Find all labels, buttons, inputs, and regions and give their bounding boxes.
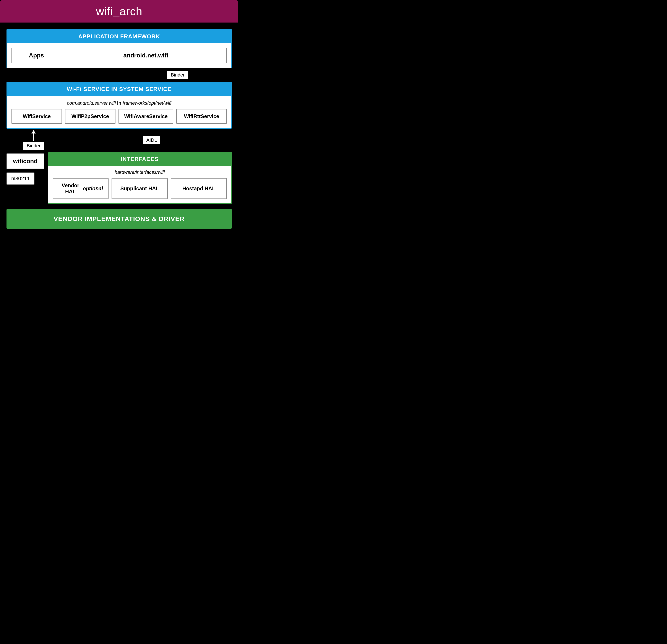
- interfaces-header: INTERFACES: [48, 152, 231, 166]
- app-framework-body: Apps android.net.wifi: [7, 43, 231, 68]
- interfaces-row: wificond nl80211 INTERFACES hardware/int…: [6, 152, 232, 204]
- binder-top-label: Binder: [167, 70, 189, 80]
- wifi-subtitle-italic1: com.android.server.wifi: [67, 100, 116, 106]
- wifi-service-body: com.android.server.wifi in frameworks/op…: [7, 96, 231, 128]
- wificond-box: wificond: [6, 154, 44, 169]
- wifi-service-section: Wi-Fi SERVICE IN SYSTEM SERVICE com.andr…: [6, 82, 232, 129]
- wifi-service-header: Wi-Fi SERVICE IN SYSTEM SERVICE: [7, 82, 231, 96]
- wifi-service-subtitle: com.android.server.wifi in frameworks/op…: [12, 100, 227, 106]
- services-row: WifiService WifiP2pService WifiAwareServ…: [12, 109, 227, 124]
- aidl-label: AIDL: [143, 136, 161, 145]
- vendor-bar: VENDOR IMPLEMENTATIONS & DRIVER: [6, 209, 232, 229]
- interfaces-subtitle: hardware/interfaces/wifi: [53, 170, 227, 175]
- apps-box: Apps: [12, 48, 61, 63]
- interfaces-path: hardware/interfaces/wifi: [115, 170, 165, 175]
- vendor-bar-text: VENDOR IMPLEMENTATIONS & DRIVER: [54, 215, 185, 222]
- wifiaware-service-box: WifiAwareService: [118, 109, 173, 124]
- wificond-col: wificond nl80211: [6, 152, 44, 204]
- vendor-hal-box: Vendor HAL optional: [53, 178, 109, 199]
- arrow-head: [31, 130, 36, 133]
- supplicant-hal-box: Supplicant HAL: [112, 178, 168, 199]
- wifirtt-service-box: WifiRttService: [176, 109, 227, 124]
- binder-aidl-row: Binder AIDL: [6, 129, 232, 152]
- app-framework-header: APPLICATION FRAMEWORK: [7, 30, 231, 43]
- binder-top-connector: Binder: [6, 68, 232, 82]
- wifi-subtitle-italic2: frameworks/opt/net/wifi: [123, 100, 172, 106]
- aidl-group: AIDL: [54, 136, 232, 145]
- app-framework-section: APPLICATION FRAMEWORK Apps android.net.w…: [6, 29, 232, 68]
- wifi-service-box: WifiService: [12, 109, 62, 124]
- interfaces-section: INTERFACES hardware/interfaces/wifi Vend…: [48, 152, 232, 204]
- wifip2p-service-box: WifiP2pService: [65, 109, 115, 124]
- arrow-up: [31, 130, 36, 141]
- page-wrapper: wifi_arch APPLICATION FRAMEWORK Apps and…: [0, 0, 238, 235]
- hal-row: Vendor HAL optional Supplicant HAL Hosta…: [53, 178, 227, 199]
- page-title: wifi_arch: [9, 5, 230, 18]
- main-content: APPLICATION FRAMEWORK Apps android.net.w…: [0, 22, 238, 235]
- binder-left-group: Binder: [6, 130, 54, 150]
- title-bar: wifi_arch: [0, 0, 238, 22]
- interfaces-body: hardware/interfaces/wifi Vendor HAL opti…: [48, 166, 231, 203]
- binder-left-label: Binder: [23, 141, 44, 150]
- wifi-subtitle-in: in: [117, 100, 123, 106]
- android-net-wifi-box: android.net.wifi: [65, 48, 227, 63]
- hostapd-hal-box: Hostapd HAL: [171, 178, 227, 199]
- arrow-line: [33, 133, 34, 141]
- nl80211-box: nl80211: [6, 173, 34, 184]
